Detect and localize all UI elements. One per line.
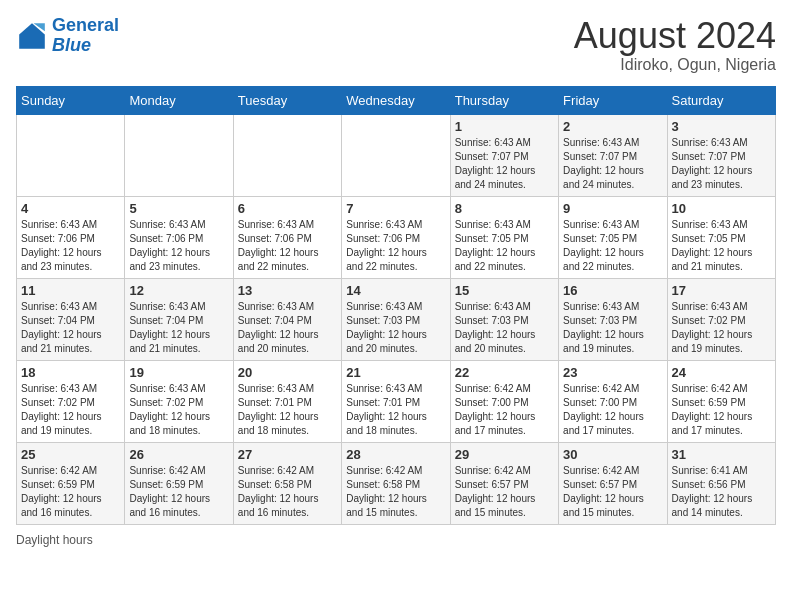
day-number: 24 [672,365,771,380]
day-number: 17 [672,283,771,298]
calendar-cell: 16Sunrise: 6:43 AM Sunset: 7:03 PM Dayli… [559,278,667,360]
day-info: Sunrise: 6:43 AM Sunset: 7:02 PM Dayligh… [129,382,228,438]
daylight-label: Daylight hours [16,533,93,547]
weekday-header: Saturday [667,86,775,114]
day-info: Sunrise: 6:42 AM Sunset: 6:58 PM Dayligh… [346,464,445,520]
day-info: Sunrise: 6:42 AM Sunset: 6:57 PM Dayligh… [563,464,662,520]
calendar-cell: 24Sunrise: 6:42 AM Sunset: 6:59 PM Dayli… [667,360,775,442]
day-info: Sunrise: 6:43 AM Sunset: 7:06 PM Dayligh… [129,218,228,274]
logo-line1: General [52,15,119,35]
calendar-cell: 19Sunrise: 6:43 AM Sunset: 7:02 PM Dayli… [125,360,233,442]
title-block: August 2024 Idiroko, Ogun, Nigeria [574,16,776,74]
day-info: Sunrise: 6:43 AM Sunset: 7:07 PM Dayligh… [672,136,771,192]
day-info: Sunrise: 6:42 AM Sunset: 6:59 PM Dayligh… [129,464,228,520]
day-number: 12 [129,283,228,298]
logo-text: General Blue [52,16,119,56]
day-number: 14 [346,283,445,298]
day-number: 18 [21,365,120,380]
calendar-cell: 8Sunrise: 6:43 AM Sunset: 7:05 PM Daylig… [450,196,558,278]
calendar-cell: 2Sunrise: 6:43 AM Sunset: 7:07 PM Daylig… [559,114,667,196]
calendar-cell: 7Sunrise: 6:43 AM Sunset: 7:06 PM Daylig… [342,196,450,278]
calendar-cell: 29Sunrise: 6:42 AM Sunset: 6:57 PM Dayli… [450,442,558,524]
weekday-header: Monday [125,86,233,114]
weekday-header: Thursday [450,86,558,114]
day-number: 25 [21,447,120,462]
day-number: 22 [455,365,554,380]
calendar-cell: 27Sunrise: 6:42 AM Sunset: 6:58 PM Dayli… [233,442,341,524]
day-info: Sunrise: 6:43 AM Sunset: 7:01 PM Dayligh… [238,382,337,438]
calendar-cell: 25Sunrise: 6:42 AM Sunset: 6:59 PM Dayli… [17,442,125,524]
calendar-cell: 3Sunrise: 6:43 AM Sunset: 7:07 PM Daylig… [667,114,775,196]
calendar-cell [125,114,233,196]
calendar-cell: 12Sunrise: 6:43 AM Sunset: 7:04 PM Dayli… [125,278,233,360]
day-number: 13 [238,283,337,298]
day-info: Sunrise: 6:43 AM Sunset: 7:06 PM Dayligh… [346,218,445,274]
calendar-cell: 5Sunrise: 6:43 AM Sunset: 7:06 PM Daylig… [125,196,233,278]
calendar-week: 25Sunrise: 6:42 AM Sunset: 6:59 PM Dayli… [17,442,776,524]
calendar-cell [233,114,341,196]
calendar-table: SundayMondayTuesdayWednesdayThursdayFrid… [16,86,776,525]
day-number: 5 [129,201,228,216]
page-header: General Blue August 2024 Idiroko, Ogun, … [16,16,776,74]
day-number: 1 [455,119,554,134]
calendar-cell: 9Sunrise: 6:43 AM Sunset: 7:05 PM Daylig… [559,196,667,278]
calendar-cell: 10Sunrise: 6:43 AM Sunset: 7:05 PM Dayli… [667,196,775,278]
day-number: 29 [455,447,554,462]
calendar-cell: 22Sunrise: 6:42 AM Sunset: 7:00 PM Dayli… [450,360,558,442]
day-number: 11 [21,283,120,298]
day-info: Sunrise: 6:43 AM Sunset: 7:06 PM Dayligh… [238,218,337,274]
day-number: 26 [129,447,228,462]
calendar-cell: 17Sunrise: 6:43 AM Sunset: 7:02 PM Dayli… [667,278,775,360]
day-info: Sunrise: 6:43 AM Sunset: 7:04 PM Dayligh… [21,300,120,356]
day-number: 23 [563,365,662,380]
day-info: Sunrise: 6:42 AM Sunset: 6:57 PM Dayligh… [455,464,554,520]
calendar-cell: 20Sunrise: 6:43 AM Sunset: 7:01 PM Dayli… [233,360,341,442]
day-info: Sunrise: 6:43 AM Sunset: 7:02 PM Dayligh… [672,300,771,356]
calendar-cell: 14Sunrise: 6:43 AM Sunset: 7:03 PM Dayli… [342,278,450,360]
calendar-cell [342,114,450,196]
day-info: Sunrise: 6:42 AM Sunset: 6:59 PM Dayligh… [672,382,771,438]
weekday-header: Sunday [17,86,125,114]
day-number: 8 [455,201,554,216]
day-info: Sunrise: 6:43 AM Sunset: 7:05 PM Dayligh… [672,218,771,274]
calendar-cell: 1Sunrise: 6:43 AM Sunset: 7:07 PM Daylig… [450,114,558,196]
calendar-cell: 30Sunrise: 6:42 AM Sunset: 6:57 PM Dayli… [559,442,667,524]
calendar-cell: 6Sunrise: 6:43 AM Sunset: 7:06 PM Daylig… [233,196,341,278]
day-info: Sunrise: 6:43 AM Sunset: 7:03 PM Dayligh… [346,300,445,356]
calendar-week: 18Sunrise: 6:43 AM Sunset: 7:02 PM Dayli… [17,360,776,442]
day-info: Sunrise: 6:41 AM Sunset: 6:56 PM Dayligh… [672,464,771,520]
day-number: 16 [563,283,662,298]
day-info: Sunrise: 6:43 AM Sunset: 7:06 PM Dayligh… [21,218,120,274]
day-number: 15 [455,283,554,298]
footer: Daylight hours [16,533,776,547]
calendar-cell: 18Sunrise: 6:43 AM Sunset: 7:02 PM Dayli… [17,360,125,442]
day-info: Sunrise: 6:42 AM Sunset: 6:58 PM Dayligh… [238,464,337,520]
calendar-week: 11Sunrise: 6:43 AM Sunset: 7:04 PM Dayli… [17,278,776,360]
day-info: Sunrise: 6:43 AM Sunset: 7:05 PM Dayligh… [455,218,554,274]
day-number: 20 [238,365,337,380]
day-info: Sunrise: 6:43 AM Sunset: 7:07 PM Dayligh… [563,136,662,192]
calendar-cell: 4Sunrise: 6:43 AM Sunset: 7:06 PM Daylig… [17,196,125,278]
weekday-header: Friday [559,86,667,114]
day-number: 27 [238,447,337,462]
logo: General Blue [16,16,119,56]
calendar-cell [17,114,125,196]
day-info: Sunrise: 6:43 AM Sunset: 7:02 PM Dayligh… [21,382,120,438]
calendar-cell: 13Sunrise: 6:43 AM Sunset: 7:04 PM Dayli… [233,278,341,360]
day-info: Sunrise: 6:43 AM Sunset: 7:05 PM Dayligh… [563,218,662,274]
calendar-cell: 15Sunrise: 6:43 AM Sunset: 7:03 PM Dayli… [450,278,558,360]
day-number: 4 [21,201,120,216]
day-info: Sunrise: 6:42 AM Sunset: 6:59 PM Dayligh… [21,464,120,520]
day-number: 10 [672,201,771,216]
calendar-cell: 28Sunrise: 6:42 AM Sunset: 6:58 PM Dayli… [342,442,450,524]
day-number: 9 [563,201,662,216]
logo-line2: Blue [52,35,91,55]
day-info: Sunrise: 6:43 AM Sunset: 7:01 PM Dayligh… [346,382,445,438]
day-number: 7 [346,201,445,216]
weekday-header: Wednesday [342,86,450,114]
day-number: 6 [238,201,337,216]
weekday-header: Tuesday [233,86,341,114]
calendar-cell: 23Sunrise: 6:42 AM Sunset: 7:00 PM Dayli… [559,360,667,442]
weekday-row: SundayMondayTuesdayWednesdayThursdayFrid… [17,86,776,114]
day-info: Sunrise: 6:43 AM Sunset: 7:04 PM Dayligh… [238,300,337,356]
